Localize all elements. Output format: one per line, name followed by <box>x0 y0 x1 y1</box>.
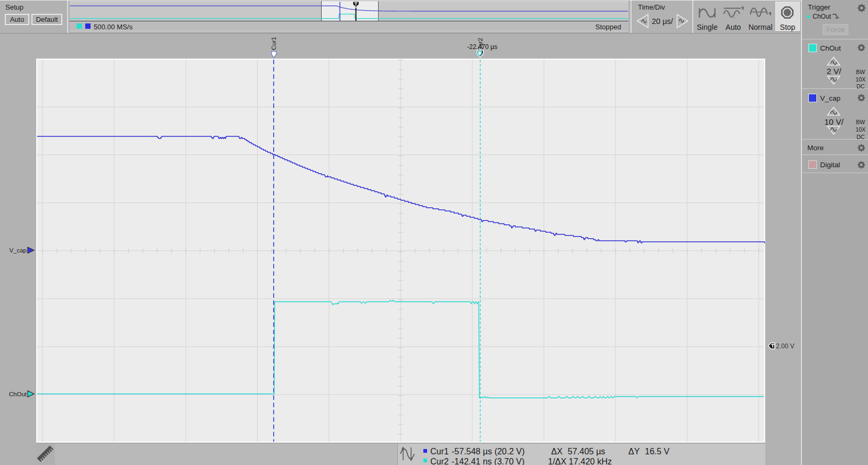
svg-text:Cur1: Cur1 <box>271 37 277 50</box>
